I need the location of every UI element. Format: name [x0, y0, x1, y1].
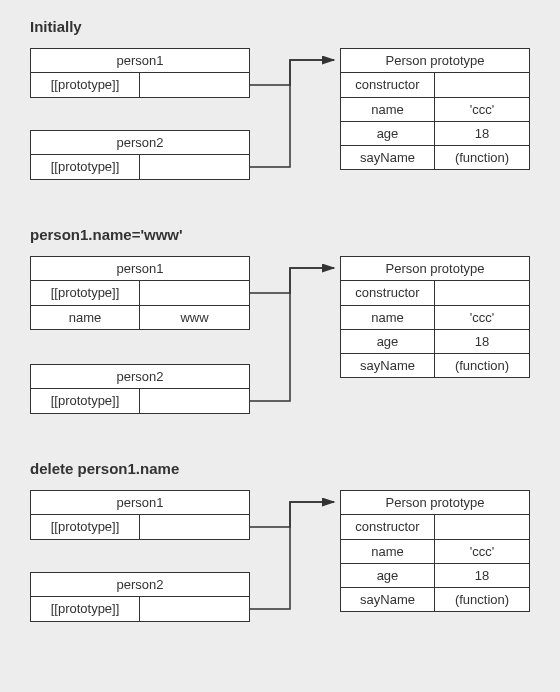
arrow-icon [250, 268, 334, 293]
proto-val: 18 [435, 330, 529, 353]
proto-key: constructor [341, 515, 435, 539]
prototype-slot-val [140, 281, 249, 305]
prototype-slot-val [140, 73, 249, 97]
proto-key: name [341, 306, 435, 329]
person2-label: person2 [31, 573, 249, 597]
own-prop-key: name [31, 306, 140, 329]
prototype-table: Person prototype constructor name 'ccc' … [340, 48, 530, 170]
section-title: delete person1.name [30, 460, 179, 477]
person1-table: person1 [[prototype]] [30, 490, 250, 540]
proto-key: age [341, 330, 435, 353]
prototype-label: Person prototype [341, 257, 529, 281]
proto-key: sayName [341, 588, 435, 611]
prototype-slot-key: [[prototype]] [31, 389, 140, 413]
prototype-slot-val [140, 389, 249, 413]
arrow-icon [250, 502, 334, 609]
prototype-slot-val [140, 155, 249, 179]
prototype-label: Person prototype [341, 491, 529, 515]
arrow-icon [250, 502, 334, 527]
proto-val: 'ccc' [435, 98, 529, 121]
section-title: Initially [30, 18, 82, 35]
proto-val [435, 73, 529, 97]
proto-key: name [341, 98, 435, 121]
arrow-icon [250, 268, 334, 401]
arrow-icon [250, 60, 334, 167]
proto-val: 18 [435, 122, 529, 145]
prototype-slot-key: [[prototype]] [31, 281, 140, 305]
prototype-slot-key: [[prototype]] [31, 597, 140, 621]
prototype-table: Person prototype constructor name 'ccc' … [340, 256, 530, 378]
section-title: person1.name='www' [30, 226, 183, 243]
prototype-table: Person prototype constructor name 'ccc' … [340, 490, 530, 612]
proto-key: name [341, 540, 435, 563]
proto-val: 18 [435, 564, 529, 587]
proto-key: age [341, 564, 435, 587]
arrow-icon [250, 60, 334, 85]
proto-key: constructor [341, 73, 435, 97]
proto-val [435, 281, 529, 305]
proto-val [435, 515, 529, 539]
person2-label: person2 [31, 131, 249, 155]
person1-label: person1 [31, 257, 249, 281]
own-prop-val: www [140, 306, 249, 329]
prototype-slot-key: [[prototype]] [31, 515, 140, 539]
proto-val: 'ccc' [435, 540, 529, 563]
prototype-label: Person prototype [341, 49, 529, 73]
prototype-slot-val [140, 597, 249, 621]
person2-table: person2 [[prototype]] [30, 364, 250, 414]
proto-val: (function) [435, 588, 529, 611]
person1-table: person1 [[prototype]] name www [30, 256, 250, 330]
proto-key: constructor [341, 281, 435, 305]
person1-table: person1 [[prototype]] [30, 48, 250, 98]
proto-val: (function) [435, 146, 529, 169]
prototype-slot-key: [[prototype]] [31, 155, 140, 179]
person2-label: person2 [31, 365, 249, 389]
proto-key: sayName [341, 146, 435, 169]
person2-table: person2 [[prototype]] [30, 572, 250, 622]
person2-table: person2 [[prototype]] [30, 130, 250, 180]
proto-val: 'ccc' [435, 306, 529, 329]
proto-key: age [341, 122, 435, 145]
proto-val: (function) [435, 354, 529, 377]
person1-label: person1 [31, 491, 249, 515]
person1-label: person1 [31, 49, 249, 73]
prototype-slot-val [140, 515, 249, 539]
prototype-slot-key: [[prototype]] [31, 73, 140, 97]
proto-key: sayName [341, 354, 435, 377]
